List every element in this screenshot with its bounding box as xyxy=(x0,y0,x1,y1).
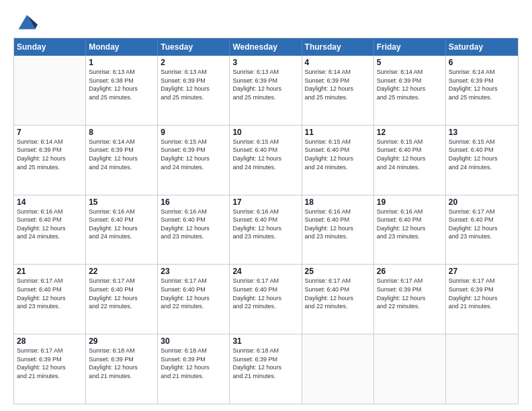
calendar-cell: 3Sunrise: 6:13 AM Sunset: 6:39 PM Daylig… xyxy=(230,56,302,125)
calendar-week-row: 1Sunrise: 6:13 AM Sunset: 6:38 PM Daylig… xyxy=(14,56,518,125)
calendar-cell: 5Sunrise: 6:14 AM Sunset: 6:39 PM Daylig… xyxy=(374,56,446,125)
calendar-cell: 28Sunrise: 6:17 AM Sunset: 6:39 PM Dayli… xyxy=(14,334,86,404)
calendar-cell: 18Sunrise: 6:16 AM Sunset: 6:40 PM Dayli… xyxy=(302,195,374,265)
calendar-body: 1Sunrise: 6:13 AM Sunset: 6:38 PM Daylig… xyxy=(14,56,518,404)
calendar-cell: 2Sunrise: 6:13 AM Sunset: 6:39 PM Daylig… xyxy=(158,56,230,125)
day-number: 16 xyxy=(161,197,226,207)
day-number: 3 xyxy=(232,58,298,67)
day-number: 8 xyxy=(89,128,154,137)
page: SundayMondayTuesdayWednesdayThursdayFrid… xyxy=(0,0,532,411)
calendar-header: SundayMondayTuesdayWednesdayThursdayFrid… xyxy=(14,38,518,56)
cell-info: Sunrise: 6:17 AM Sunset: 6:39 PM Dayligh… xyxy=(17,347,83,380)
cell-info: Sunrise: 6:16 AM Sunset: 6:40 PM Dayligh… xyxy=(377,208,443,241)
cell-info: Sunrise: 6:16 AM Sunset: 6:40 PM Dayligh… xyxy=(161,208,226,241)
calendar-day-header: Sunday xyxy=(14,38,86,56)
calendar-cell: 1Sunrise: 6:13 AM Sunset: 6:38 PM Daylig… xyxy=(86,56,158,125)
cell-info: Sunrise: 6:17 AM Sunset: 6:40 PM Dayligh… xyxy=(449,208,515,241)
day-number: 5 xyxy=(377,58,443,67)
cell-info: Sunrise: 6:17 AM Sunset: 6:40 PM Dayligh… xyxy=(89,277,154,310)
calendar-day-header: Monday xyxy=(86,38,158,56)
cell-info: Sunrise: 6:14 AM Sunset: 6:39 PM Dayligh… xyxy=(377,68,443,101)
calendar-day-header: Friday xyxy=(374,38,446,56)
cell-info: Sunrise: 6:18 AM Sunset: 6:39 PM Dayligh… xyxy=(161,347,226,380)
calendar-cell: 17Sunrise: 6:16 AM Sunset: 6:40 PM Dayli… xyxy=(230,195,302,265)
calendar-cell: 8Sunrise: 6:14 AM Sunset: 6:39 PM Daylig… xyxy=(86,126,158,195)
day-number: 26 xyxy=(377,267,443,276)
cell-info: Sunrise: 6:14 AM Sunset: 6:39 PM Dayligh… xyxy=(17,138,83,171)
cell-info: Sunrise: 6:17 AM Sunset: 6:40 PM Dayligh… xyxy=(161,277,226,310)
header xyxy=(13,12,519,31)
day-number: 12 xyxy=(377,128,443,137)
day-number: 31 xyxy=(232,336,298,346)
calendar-cell: 9Sunrise: 6:15 AM Sunset: 6:39 PM Daylig… xyxy=(158,126,230,195)
day-number: 15 xyxy=(89,197,154,207)
logo xyxy=(13,12,38,31)
day-number: 11 xyxy=(305,128,371,137)
cell-info: Sunrise: 6:17 AM Sunset: 6:39 PM Dayligh… xyxy=(449,277,515,310)
cell-info: Sunrise: 6:13 AM Sunset: 6:39 PM Dayligh… xyxy=(161,68,226,101)
calendar-cell xyxy=(374,334,446,404)
calendar-cell: 20Sunrise: 6:17 AM Sunset: 6:40 PM Dayli… xyxy=(446,195,518,265)
day-number: 29 xyxy=(89,336,154,346)
cell-info: Sunrise: 6:14 AM Sunset: 6:39 PM Dayligh… xyxy=(89,138,154,171)
day-number: 20 xyxy=(449,197,515,207)
calendar-cell: 25Sunrise: 6:17 AM Sunset: 6:40 PM Dayli… xyxy=(302,265,374,334)
day-number: 4 xyxy=(305,58,371,67)
calendar-cell: 19Sunrise: 6:16 AM Sunset: 6:40 PM Dayli… xyxy=(374,195,446,265)
cell-info: Sunrise: 6:17 AM Sunset: 6:39 PM Dayligh… xyxy=(377,277,443,310)
day-number: 13 xyxy=(449,128,515,137)
cell-info: Sunrise: 6:18 AM Sunset: 6:39 PM Dayligh… xyxy=(232,347,298,380)
cell-info: Sunrise: 6:18 AM Sunset: 6:39 PM Dayligh… xyxy=(89,347,154,380)
calendar-cell: 24Sunrise: 6:17 AM Sunset: 6:40 PM Dayli… xyxy=(230,265,302,334)
cell-info: Sunrise: 6:15 AM Sunset: 6:40 PM Dayligh… xyxy=(449,138,515,171)
cell-info: Sunrise: 6:15 AM Sunset: 6:40 PM Dayligh… xyxy=(377,138,443,171)
day-number: 14 xyxy=(17,197,83,207)
day-number: 7 xyxy=(17,128,83,137)
cell-info: Sunrise: 6:17 AM Sunset: 6:40 PM Dayligh… xyxy=(305,277,371,310)
cell-info: Sunrise: 6:16 AM Sunset: 6:40 PM Dayligh… xyxy=(232,208,298,241)
calendar-cell: 22Sunrise: 6:17 AM Sunset: 6:40 PM Dayli… xyxy=(86,265,158,334)
cell-info: Sunrise: 6:13 AM Sunset: 6:39 PM Dayligh… xyxy=(232,68,298,101)
cell-info: Sunrise: 6:17 AM Sunset: 6:40 PM Dayligh… xyxy=(17,277,83,310)
day-number: 1 xyxy=(89,58,154,67)
calendar-cell: 4Sunrise: 6:14 AM Sunset: 6:39 PM Daylig… xyxy=(302,56,374,125)
cell-info: Sunrise: 6:14 AM Sunset: 6:39 PM Dayligh… xyxy=(449,68,515,101)
day-number: 2 xyxy=(161,58,226,67)
calendar-cell: 12Sunrise: 6:15 AM Sunset: 6:40 PM Dayli… xyxy=(374,126,446,195)
day-number: 22 xyxy=(89,267,154,276)
calendar-cell: 7Sunrise: 6:14 AM Sunset: 6:39 PM Daylig… xyxy=(14,126,86,195)
cell-info: Sunrise: 6:14 AM Sunset: 6:39 PM Dayligh… xyxy=(305,68,371,101)
calendar-cell: 11Sunrise: 6:15 AM Sunset: 6:40 PM Dayli… xyxy=(302,126,374,195)
cell-info: Sunrise: 6:16 AM Sunset: 6:40 PM Dayligh… xyxy=(17,208,83,241)
calendar-cell xyxy=(14,56,86,125)
calendar-day-header: Thursday xyxy=(302,38,374,56)
calendar-cell: 30Sunrise: 6:18 AM Sunset: 6:39 PM Dayli… xyxy=(158,334,230,404)
day-number: 10 xyxy=(232,128,298,137)
calendar-cell: 21Sunrise: 6:17 AM Sunset: 6:40 PM Dayli… xyxy=(14,265,86,334)
calendar-cell xyxy=(446,334,518,404)
calendar-day-header: Wednesday xyxy=(230,38,302,56)
cell-info: Sunrise: 6:13 AM Sunset: 6:38 PM Dayligh… xyxy=(89,68,154,101)
day-number: 6 xyxy=(449,58,515,67)
day-number: 19 xyxy=(377,197,443,207)
calendar-cell: 14Sunrise: 6:16 AM Sunset: 6:40 PM Dayli… xyxy=(14,195,86,265)
cell-info: Sunrise: 6:17 AM Sunset: 6:40 PM Dayligh… xyxy=(232,277,298,310)
calendar-cell: 16Sunrise: 6:16 AM Sunset: 6:40 PM Dayli… xyxy=(158,195,230,265)
day-number: 17 xyxy=(232,197,298,207)
calendar-day-header: Tuesday xyxy=(158,38,230,56)
calendar-cell xyxy=(302,334,374,404)
calendar-day-header: Saturday xyxy=(446,38,518,56)
cell-info: Sunrise: 6:16 AM Sunset: 6:40 PM Dayligh… xyxy=(89,208,154,241)
calendar: SundayMondayTuesdayWednesdayThursdayFrid… xyxy=(13,38,519,404)
day-number: 24 xyxy=(232,267,298,276)
day-number: 18 xyxy=(305,197,371,207)
day-number: 30 xyxy=(161,336,226,346)
calendar-cell: 31Sunrise: 6:18 AM Sunset: 6:39 PM Dayli… xyxy=(230,334,302,404)
cell-info: Sunrise: 6:15 AM Sunset: 6:40 PM Dayligh… xyxy=(305,138,371,171)
calendar-cell: 6Sunrise: 6:14 AM Sunset: 6:39 PM Daylig… xyxy=(446,56,518,125)
day-number: 9 xyxy=(161,128,226,137)
calendar-cell: 13Sunrise: 6:15 AM Sunset: 6:40 PM Dayli… xyxy=(446,126,518,195)
calendar-week-row: 7Sunrise: 6:14 AM Sunset: 6:39 PM Daylig… xyxy=(14,125,518,195)
calendar-week-row: 14Sunrise: 6:16 AM Sunset: 6:40 PM Dayli… xyxy=(14,195,518,265)
day-number: 21 xyxy=(17,267,83,276)
